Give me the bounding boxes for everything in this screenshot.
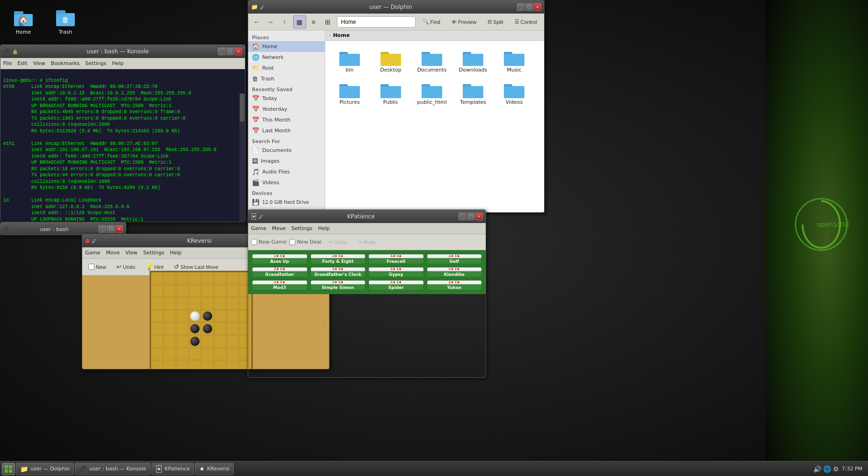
dolphin-up-btn[interactable]: ↑ xyxy=(279,15,290,29)
sidebar-item-hdd1[interactable]: 💾 12.0 GiB Hard Drive xyxy=(248,197,325,208)
dolphin-minimize-btn[interactable]: _ xyxy=(517,3,524,11)
reversi-cell[interactable] xyxy=(151,297,163,310)
sidebar-item-yesterday[interactable]: 📅 Yesterday xyxy=(248,104,325,115)
reversi-cell[interactable] xyxy=(227,310,239,322)
dolphin-column-view-btn[interactable]: ⊞ xyxy=(321,15,334,29)
konsole-menu-edit[interactable]: Edit xyxy=(17,60,27,66)
reversi-board[interactable] xyxy=(150,271,253,370)
file-item[interactable]: Music xyxy=(495,46,533,75)
reversi-cell[interactable] xyxy=(201,361,214,370)
tray-icon-1[interactable]: 🔊 xyxy=(813,465,821,473)
dolphin-back-btn[interactable]: ← xyxy=(251,15,262,29)
reversi-cell[interactable] xyxy=(151,285,163,297)
sidebar-item-root[interactable]: 📁 Root xyxy=(248,63,325,73)
kreversi-menu-view[interactable]: View xyxy=(125,250,137,256)
sidebar-item-home[interactable]: 🏠 Home xyxy=(248,41,325,52)
dolphin-maximize-btn[interactable]: □ xyxy=(525,3,533,11)
kpatience-maximize-btn[interactable]: □ xyxy=(467,213,474,220)
reversi-cell[interactable] xyxy=(214,361,226,370)
file-item[interactable]: bin xyxy=(331,46,368,75)
file-item[interactable]: Pictures xyxy=(331,79,368,107)
reversi-cell[interactable] xyxy=(227,348,239,360)
taskbar-start-btn[interactable] xyxy=(2,463,15,475)
tray-icon-2[interactable]: 🌐 xyxy=(823,465,831,473)
reversi-cell[interactable] xyxy=(164,348,176,360)
konsole-menu-settings[interactable]: Settings xyxy=(85,60,106,66)
reversi-cell[interactable] xyxy=(189,310,201,322)
reversi-cell[interactable] xyxy=(214,335,226,347)
reversi-cell[interactable] xyxy=(214,297,226,310)
reversi-cell[interactable] xyxy=(176,272,188,284)
bash-close-btn[interactable]: ✕ xyxy=(115,225,123,233)
dolphin-split-btn[interactable]: ⊟ Split xyxy=(483,17,507,27)
reversi-cell[interactable] xyxy=(189,297,201,310)
reversi-cell[interactable] xyxy=(151,361,163,370)
konsole-menu-view[interactable]: View xyxy=(33,60,45,66)
kreversi-undo-btn[interactable]: ↩ Undo xyxy=(113,261,138,272)
kpatience-minimize-btn[interactable]: _ xyxy=(459,213,466,220)
kpatience-menu-settings[interactable]: Settings xyxy=(291,225,312,231)
sidebar-item-network[interactable]: 🌐 Network xyxy=(248,52,325,63)
file-item[interactable]: Videos xyxy=(495,79,533,107)
konsole-menu-help[interactable]: Help xyxy=(112,60,123,66)
konsole-scroll-thumb[interactable] xyxy=(240,94,244,122)
kpatience-menu-help[interactable]: Help xyxy=(318,225,330,231)
tray-icon-3[interactable]: ⚙ xyxy=(833,465,839,473)
reversi-cell[interactable] xyxy=(151,335,163,347)
reversi-cell[interactable] xyxy=(227,285,239,297)
sidebar-item-audio[interactable]: 🎵 Audio Files xyxy=(248,166,325,177)
breadcrumb-home[interactable]: Home xyxy=(333,32,350,38)
dolphin-preview-btn[interactable]: 👁 Preview xyxy=(447,17,481,27)
solitaire-game-card[interactable]: A♦ K♠ Grandfather xyxy=(252,267,308,277)
taskbar-task-kpatience[interactable]: 🃏 KPatience xyxy=(151,463,194,475)
konsole-menu-file[interactable]: File xyxy=(3,60,12,66)
dolphin-forward-btn[interactable]: → xyxy=(265,15,276,29)
reversi-cell[interactable] xyxy=(151,348,163,360)
solitaire-game-card[interactable]: A♦ K♠ Aces Up xyxy=(252,254,308,264)
reversi-cell[interactable] xyxy=(227,335,239,347)
bash-minimize-btn[interactable]: _ xyxy=(99,225,106,233)
new-game-checkbox[interactable] xyxy=(251,239,257,245)
kreversi-menu-help[interactable]: Help xyxy=(170,250,181,256)
reversi-cell[interactable] xyxy=(227,361,239,370)
reversi-cell[interactable] xyxy=(201,323,214,335)
reversi-cell[interactable] xyxy=(151,310,163,322)
solitaire-game-card[interactable]: A♦ K♠ Simple Simon xyxy=(310,280,366,290)
konsole-maximize-btn[interactable]: □ xyxy=(226,48,234,55)
reversi-cell[interactable] xyxy=(201,297,214,310)
solitaire-game-card[interactable]: A♦ K♠ Freecell xyxy=(368,254,424,264)
taskbar-task-kreversi[interactable]: ⚫ KReversi xyxy=(195,463,233,475)
dolphin-detail-view-btn[interactable]: ≡ xyxy=(307,15,320,29)
sidebar-item-videos[interactable]: 🎬 Videos xyxy=(248,177,325,188)
reversi-cell[interactable] xyxy=(201,272,214,284)
reversi-cell[interactable] xyxy=(176,348,188,360)
reversi-cell[interactable] xyxy=(201,348,214,360)
dolphin-control-btn[interactable]: ☰ Control xyxy=(510,17,541,27)
sidebar-item-today[interactable]: 📅 Today xyxy=(248,93,325,104)
reversi-cell[interactable] xyxy=(164,323,176,335)
konsole-menu-bookmarks[interactable]: Bookmarks xyxy=(51,60,79,66)
konsole-content[interactable]: linux-gm5u:~ # ifconfig eth0 Link encap:… xyxy=(0,69,245,222)
reversi-cell[interactable] xyxy=(214,272,226,284)
new-game-check-label[interactable]: New Game xyxy=(251,239,287,245)
reversi-cell[interactable] xyxy=(201,335,214,347)
reversi-cell[interactable] xyxy=(214,310,226,322)
kpatience-redo-btn[interactable]: ↪ Redo xyxy=(353,237,380,247)
reversi-cell[interactable] xyxy=(214,285,226,297)
sidebar-item-this-month[interactable]: 📅 This Month xyxy=(248,115,325,125)
solitaire-game-card[interactable]: A♦ K♠ Forty & Eight xyxy=(310,254,366,264)
reversi-cell[interactable] xyxy=(189,335,201,347)
solitaire-game-card[interactable]: A♦ K♠ Grandfather's Clock xyxy=(310,267,366,277)
file-item[interactable]: Downloads xyxy=(454,46,492,75)
file-item[interactable]: Templates xyxy=(454,79,492,107)
reversi-cell[interactable] xyxy=(176,323,188,335)
kpatience-undo-btn[interactable]: ↩ Undo xyxy=(324,237,351,247)
sidebar-item-images[interactable]: 🖼 Images xyxy=(248,156,325,166)
reversi-cell[interactable] xyxy=(201,285,214,297)
reversi-cell[interactable] xyxy=(189,361,201,370)
new-deal-checkbox[interactable] xyxy=(289,239,295,245)
reversi-cell[interactable] xyxy=(176,310,188,322)
kpatience-close-btn[interactable]: ✕ xyxy=(475,213,483,220)
kreversi-menu-move[interactable]: Move xyxy=(106,250,120,256)
solitaire-game-card[interactable]: A♦ K♠ Golf xyxy=(427,254,482,264)
